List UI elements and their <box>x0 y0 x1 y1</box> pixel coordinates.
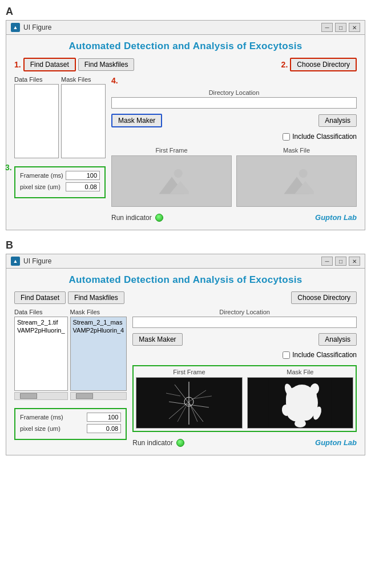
data-file-item-1[interactable]: Stream_2_1.tif <box>16 318 66 326</box>
find-dataset-button-b[interactable]: Find Dataset <box>14 291 66 304</box>
left-panel-a: Data Files Mask Files 3. Fr <box>14 76 106 222</box>
find-maskfiles-button-a[interactable]: Find Maskfiles <box>78 58 135 71</box>
svg-point-0 <box>174 169 182 178</box>
images-row-a: First Frame Mask File <box>111 147 357 207</box>
data-files-listbox-b[interactable]: Stream_2_1.tif VAMP2pHluorin_ <box>14 317 68 391</box>
mask-file-item-1[interactable]: Stream_2_1_mas <box>72 318 126 326</box>
action-row-b: Mask Maker Analysis <box>132 333 357 346</box>
mountain-icon-mask-a <box>280 164 314 198</box>
restore-button-a[interactable]: □ <box>335 23 346 32</box>
data-files-label-a: Data Files <box>14 76 59 83</box>
data-files-col-b: Data Files Stream_2_1.tif VAMP2pHluorin_ <box>14 309 68 400</box>
app-title-b: Automated Detection and Analysis of Exoc… <box>14 274 357 286</box>
data-scroll-thumb[interactable] <box>20 393 37 399</box>
mask-file-image-b <box>247 377 353 429</box>
mask-files-col-a: Mask Files <box>61 76 106 158</box>
pixelsize-input-a[interactable] <box>66 182 100 191</box>
params-box-a: Framerate (ms) pixel size (um) <box>14 166 106 198</box>
include-class-checkbox-a[interactable] <box>283 133 290 141</box>
run-indicator-label-b: Run indicator <box>132 439 173 447</box>
framerate-row-b: Framerate (ms) <box>20 413 121 422</box>
close-button-b[interactable]: ✕ <box>349 257 360 266</box>
data-files-scrollbar-b[interactable] <box>14 392 68 400</box>
file-lists-b: Data Files Stream_2_1.tif VAMP2pHluorin_ <box>14 309 127 400</box>
first-frame-label-b: First Frame <box>173 369 205 375</box>
gupton-lab-b: Gupton Lab <box>315 438 357 447</box>
app-icon-a: ▲ <box>11 23 20 32</box>
minimize-button-b[interactable]: ─ <box>321 257 333 266</box>
mask-file-item-2[interactable]: VAMP2pHluorin_4 <box>72 326 126 334</box>
green-dot-a <box>155 214 163 222</box>
pixelsize-input-b[interactable] <box>87 424 121 433</box>
mask-scroll-thumb[interactable] <box>76 393 93 399</box>
first-frame-image-b <box>136 377 242 429</box>
section-b: B ▲ UI Figure ─ □ ✕ Automated Detection … <box>6 239 365 455</box>
green-dot-b <box>176 439 184 447</box>
main-content-b: Data Files Stream_2_1.tif VAMP2pHluorin_ <box>14 309 357 447</box>
include-class-checkbox-b[interactable] <box>283 351 290 359</box>
analysis-button-b[interactable]: Analysis <box>318 333 357 346</box>
mask-files-scrollbar-b[interactable] <box>70 392 127 400</box>
titlebar-a: ▲ UI Figure ─ □ ✕ <box>6 20 365 34</box>
dir-location-input-b[interactable] <box>132 317 357 328</box>
svg-point-22 <box>297 400 314 421</box>
framerate-input-b[interactable] <box>87 413 121 422</box>
svg-point-3 <box>299 169 307 178</box>
analysis-button-a[interactable]: Analysis <box>318 114 357 127</box>
framerate-label-a: Framerate (ms) <box>20 172 63 179</box>
section-b-label: B <box>6 239 365 251</box>
dir-location-area-a: Directory Location <box>111 89 357 109</box>
images-green-outline-b: First Frame <box>132 365 357 432</box>
include-class-row-b: Include Classification <box>132 351 357 359</box>
mask-file-label-b: Mask File <box>287 369 313 375</box>
step1-label: 1. <box>14 60 21 69</box>
window-body-a: Automated Detection and Analysis of Exoc… <box>6 34 365 230</box>
run-indicator-b: Run indicator <box>132 439 184 447</box>
bottom-row-a: Run indicator Gupton Lab <box>111 213 357 222</box>
pixelsize-row-b: pixel size (um) <box>20 424 121 433</box>
mask-maker-button-a[interactable]: Mask Maker <box>111 114 162 127</box>
include-class-row-a: Include Classification <box>111 133 357 141</box>
include-class-label-a: Include Classification <box>292 133 357 141</box>
right-panel-b: Directory Location Mask Maker Analysis I… <box>132 309 357 447</box>
first-frame-label-a: First Frame <box>155 147 187 154</box>
run-indicator-label-a: Run indicator <box>111 214 152 222</box>
data-files-col-a: Data Files <box>14 76 59 158</box>
app-title-a: Automated Detection and Analysis of Exoc… <box>14 41 357 52</box>
params-box-b: Framerate (ms) pixel size (um) <box>14 408 127 440</box>
mask-files-label-b: Mask Files <box>70 309 127 315</box>
restore-button-b[interactable]: □ <box>335 257 346 266</box>
mask-file-image-a <box>236 155 357 207</box>
section-a: A ▲ UI Figure ─ □ ✕ Automated Detection … <box>6 6 365 230</box>
window-a: ▲ UI Figure ─ □ ✕ Automated Detection an… <box>6 20 365 230</box>
close-button-a[interactable]: ✕ <box>349 23 360 32</box>
find-dataset-button-a[interactable]: Find Dataset <box>23 58 76 71</box>
dir-location-input-a[interactable] <box>111 97 357 109</box>
choose-directory-button-a[interactable]: Choose Directory <box>290 58 357 71</box>
mask-file-svg-b <box>253 379 348 427</box>
framerate-row-a: Framerate (ms) <box>20 171 100 180</box>
file-lists-a: Data Files Mask Files <box>14 76 106 158</box>
include-class-label-b: Include Classification <box>292 351 357 359</box>
pixelsize-row-a: pixel size (um) <box>20 182 100 191</box>
mask-files-listbox-b[interactable]: Stream_2_1_mas VAMP2pHluorin_4 <box>70 317 127 391</box>
choose-directory-button-b[interactable]: Choose Directory <box>291 291 357 304</box>
minimize-button-a[interactable]: ─ <box>321 23 333 32</box>
data-files-label-b: Data Files <box>14 309 68 315</box>
window-controls-b: ─ □ ✕ <box>321 257 360 266</box>
data-file-item-2[interactable]: VAMP2pHluorin_ <box>16 326 66 334</box>
step4-label: 4. <box>111 76 118 85</box>
mask-file-box-a: Mask File <box>236 147 357 207</box>
find-maskfiles-button-b[interactable]: Find Maskfiles <box>68 291 124 304</box>
framerate-input-a[interactable] <box>66 171 100 180</box>
window-controls-a: ─ □ ✕ <box>321 23 360 32</box>
pixelsize-label-a: pixel size (um) <box>20 183 63 190</box>
mask-file-label-a: Mask File <box>283 147 310 154</box>
images-row-b: First Frame <box>136 369 353 429</box>
mask-files-col-b: Mask Files Stream_2_1_mas VAMP2pHluorin_… <box>70 309 127 400</box>
mask-maker-button-b[interactable]: Mask Maker <box>132 333 182 346</box>
window-title-a: UI Figure <box>23 23 318 31</box>
mask-files-listbox-a[interactable] <box>61 84 106 158</box>
first-frame-image-a <box>111 155 232 207</box>
data-files-listbox-a[interactable] <box>14 84 59 158</box>
